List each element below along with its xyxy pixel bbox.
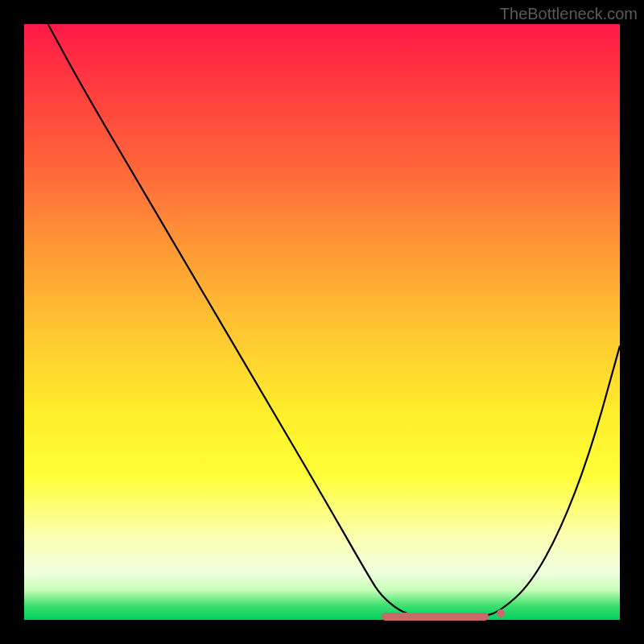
bottleneck-curve-line <box>48 24 620 618</box>
watermark-text: TheBottleneck.com <box>500 5 638 23</box>
optimal-range-bar <box>382 613 489 621</box>
optimal-point-marker <box>497 609 505 617</box>
chart-plot-area <box>24 24 620 620</box>
chart-svg <box>24 24 620 620</box>
